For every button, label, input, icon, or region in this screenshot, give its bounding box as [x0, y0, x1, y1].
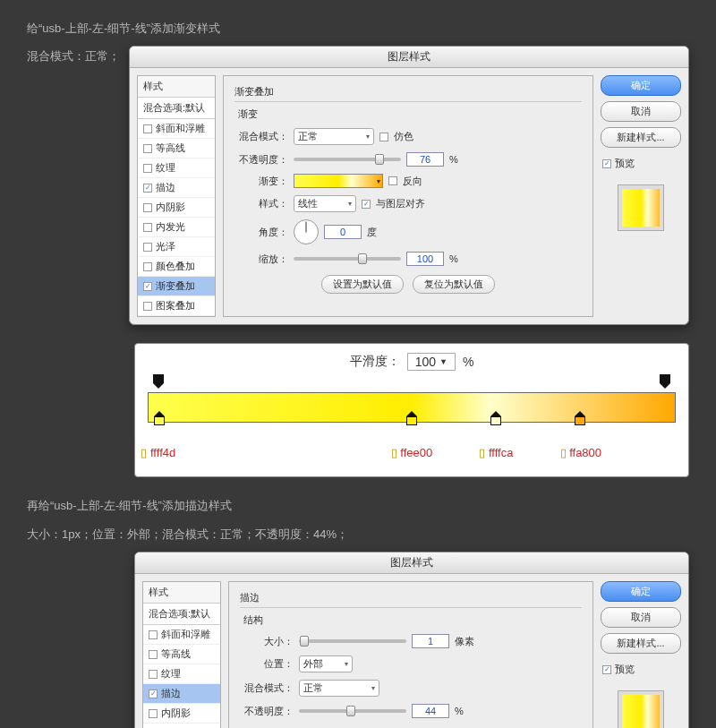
gradient-overlay-panel: 渐变叠加 渐变 混合模式： 正常▾ 仿色 不透明度： 76 %	[223, 75, 593, 317]
style-item[interactable]: 斜面和浮雕	[143, 625, 220, 645]
style-item[interactable]: 内发光	[143, 724, 220, 728]
style-label: 斜面和浮雕	[161, 628, 210, 641]
action-panel: 确定 取消 新建样式... ✓预览	[601, 75, 681, 317]
color-stop-label: ▯ ffa800	[560, 446, 602, 459]
color-stop-label: ▯ ffff4d	[141, 446, 175, 459]
new-style-button[interactable]: 新建样式...	[601, 127, 681, 148]
styles-header[interactable]: 样式	[138, 76, 215, 98]
blend-mode-label: 混合模式：	[240, 681, 294, 695]
style-select[interactable]: 线性▾	[294, 195, 356, 212]
layer-style-dialog-gradient: 图层样式 样式 混合选项:默认 斜面和浮雕等高线纹理✓描边内阴影内发光光泽颜色叠…	[129, 46, 689, 325]
preview-swatch	[618, 184, 664, 231]
style-checkbox[interactable]: ✓	[143, 282, 152, 291]
style-item[interactable]: 光泽	[138, 237, 215, 257]
opacity-stop-right[interactable]	[660, 374, 670, 387]
style-item[interactable]: ✓渐变叠加	[138, 277, 215, 296]
style-item[interactable]: 斜面和浮雕	[138, 119, 215, 139]
ok-button[interactable]: 确定	[601, 581, 681, 602]
new-style-button[interactable]: 新建样式...	[601, 633, 681, 654]
styles-header[interactable]: 样式	[143, 582, 220, 604]
style-checkbox[interactable]	[143, 302, 152, 311]
style-item[interactable]: 内阴影	[143, 704, 220, 724]
style-item[interactable]: ✓描边	[143, 684, 220, 704]
reset-default-button[interactable]: 复位为默认值	[413, 275, 495, 294]
preview-checkbox[interactable]: ✓	[602, 159, 611, 168]
angle-dial[interactable]	[294, 219, 319, 244]
scale-slider[interactable]	[294, 257, 401, 261]
style-checkbox[interactable]	[149, 630, 158, 639]
style-label: 样式：	[234, 197, 288, 210]
panel-subtitle: 结构	[243, 613, 582, 627]
style-checkbox[interactable]	[149, 650, 158, 659]
style-checkbox[interactable]	[143, 124, 152, 133]
size-label: 大小：	[240, 635, 294, 648]
style-label: 颜色叠加	[156, 260, 195, 273]
cancel-button[interactable]: 取消	[601, 101, 681, 122]
panel-title: 渐变叠加	[234, 85, 582, 102]
style-checkbox[interactable]	[143, 243, 152, 252]
style-checkbox[interactable]	[143, 262, 152, 271]
opacity-slider[interactable]	[294, 158, 401, 161]
opacity-input[interactable]: 76	[406, 152, 444, 167]
style-item[interactable]: 颜色叠加	[138, 257, 215, 277]
size-slider[interactable]	[299, 639, 406, 643]
style-checkbox[interactable]	[143, 164, 152, 173]
layer-style-dialog-stroke: 图层样式 样式 混合选项:默认 斜面和浮雕等高线纹理✓描边内阴影内发光光泽颜色叠…	[134, 552, 689, 728]
blend-mode-select[interactable]: 正常▾	[299, 680, 379, 697]
style-checkbox[interactable]	[143, 223, 152, 232]
style-item[interactable]: 图案叠加	[138, 296, 215, 316]
color-stop[interactable]	[575, 411, 585, 424]
stroke-panel: 描边 结构 大小： 1 像素 位置： 外部▾ 混合模式： 正常▾ 不	[228, 581, 593, 728]
style-checkbox[interactable]	[149, 709, 158, 718]
position-select[interactable]: 外部▾	[299, 655, 353, 672]
style-item[interactable]: 内发光	[138, 218, 215, 237]
style-label: 渐变叠加	[156, 279, 195, 293]
blend-mode-select[interactable]: 正常▾	[294, 128, 374, 145]
size-input[interactable]: 1	[412, 634, 449, 648]
cancel-button[interactable]: 取消	[601, 607, 681, 628]
style-item[interactable]: 纹理	[143, 664, 220, 684]
ok-button[interactable]: 确定	[601, 75, 681, 96]
style-label: 图案叠加	[156, 299, 195, 313]
smoothness-input[interactable]: 100▼	[407, 353, 456, 371]
angle-input[interactable]: 0	[324, 225, 362, 239]
set-default-button[interactable]: 设置为默认值	[321, 275, 404, 294]
style-item[interactable]: 纹理	[138, 158, 215, 178]
caption-line-1: 给“usb-上部-左-细节-线”添加渐变样式	[27, 18, 689, 39]
style-checkbox[interactable]: ✓	[143, 184, 152, 193]
blend-options-item[interactable]: 混合选项:默认	[138, 98, 215, 119]
preview-checkbox[interactable]: ✓	[602, 665, 611, 674]
color-stop[interactable]	[154, 411, 165, 424]
gradient-picker[interactable]: ▾	[294, 174, 383, 188]
opacity-slider[interactable]	[299, 709, 406, 713]
preview-label: 预览	[615, 157, 635, 170]
dither-label: 仿色	[394, 130, 413, 143]
style-label: 内阴影	[161, 707, 191, 720]
style-checkbox[interactable]	[143, 203, 152, 212]
style-item[interactable]: 内阴影	[138, 198, 215, 218]
align-checkbox[interactable]: ✓	[362, 200, 371, 209]
style-label: 内阴影	[156, 201, 185, 214]
blend-options-item[interactable]: 混合选项:默认	[143, 604, 220, 625]
opacity-input[interactable]: 44	[412, 704, 449, 718]
color-stop[interactable]	[406, 411, 417, 424]
style-item[interactable]: 等高线	[138, 139, 215, 158]
panel-subtitle: 渐变	[238, 107, 582, 121]
style-label: 斜面和浮雕	[156, 122, 205, 135]
style-label: 等高线	[161, 647, 191, 661]
panel-title: 描边	[240, 591, 582, 608]
style-label: 纹理	[156, 161, 175, 175]
color-stop[interactable]	[490, 411, 501, 424]
dialog-title: 图层样式	[135, 552, 688, 574]
opacity-stop-left[interactable]	[153, 374, 164, 387]
gradient-bar[interactable]	[148, 392, 676, 423]
style-item[interactable]: ✓描边	[138, 178, 215, 198]
caption2-line-1: 再给“usb-上部-左-细节-线”添加描边样式	[27, 495, 689, 516]
dither-checkbox[interactable]	[379, 133, 388, 141]
reverse-checkbox[interactable]	[388, 176, 397, 185]
style-checkbox[interactable]: ✓	[149, 689, 158, 698]
scale-input[interactable]: 100	[406, 252, 444, 266]
style-checkbox[interactable]	[143, 144, 152, 153]
style-checkbox[interactable]	[149, 670, 158, 679]
style-item[interactable]: 等高线	[143, 645, 220, 664]
